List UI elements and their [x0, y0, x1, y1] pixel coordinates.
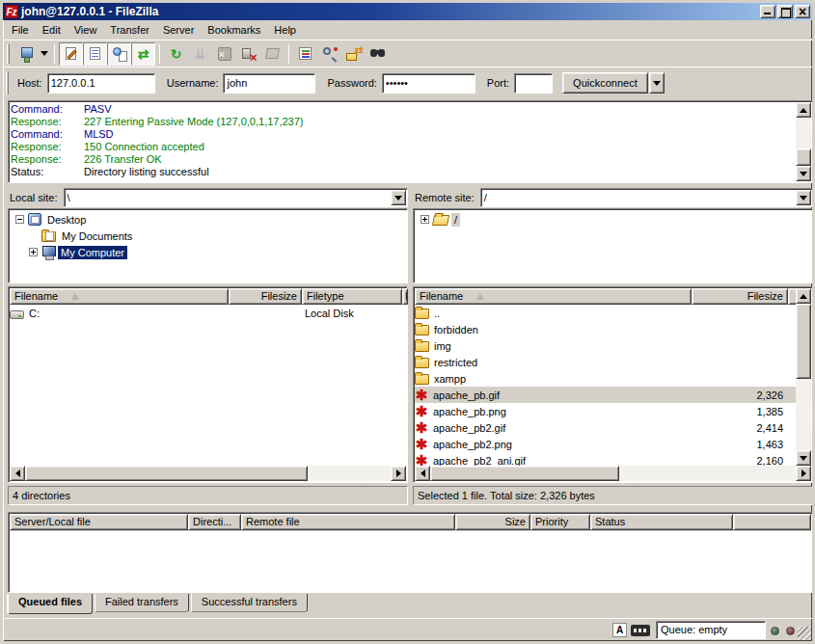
scroll-up-button[interactable] [796, 102, 811, 118]
close-button[interactable] [795, 5, 810, 18]
column-priority[interactable]: Priority [530, 514, 590, 530]
scroll-thumb[interactable] [430, 466, 619, 481]
column-remote-file[interactable]: Remote file [241, 514, 455, 530]
column-server-local-file[interactable]: Server/Local file [10, 514, 188, 530]
menu-file[interactable]: File [5, 22, 36, 38]
port-input[interactable] [514, 73, 553, 94]
scroll-right-button[interactable] [391, 466, 406, 481]
file-row[interactable]: apache_pb2_ani.gif2,160 [415, 452, 796, 466]
scroll-thumb[interactable] [796, 304, 811, 379]
local-list-header: Filename Filesize Filetype L [10, 288, 408, 305]
scroll-thumb[interactable] [25, 466, 308, 481]
quickconnect-grip[interactable] [6, 71, 9, 94]
username-label: Username: [167, 77, 219, 89]
minimize-button[interactable] [760, 5, 775, 18]
file-row[interactable]: .. [415, 305, 796, 321]
file-row[interactable]: apache_pb.png1,385 [415, 403, 796, 419]
toggle-message-log-button[interactable] [59, 42, 83, 66]
toolbar-grip[interactable] [7, 44, 10, 64]
menu-view[interactable]: View [68, 22, 104, 38]
tree-item-root[interactable]: / [414, 211, 812, 228]
disconnect-button[interactable]: × [236, 42, 260, 66]
file-row[interactable]: restricted [415, 354, 796, 370]
tab-failed-transfers[interactable]: Failed transfers [95, 594, 189, 612]
scroll-thumb[interactable] [796, 148, 811, 166]
tab-queued-files[interactable]: Queued files [8, 594, 93, 614]
synchronized-browsing-button[interactable]: ⇄ [341, 42, 366, 66]
scroll-left-button[interactable] [10, 466, 25, 481]
site-manager-dropdown[interactable] [38, 43, 50, 65]
reconnect-button[interactable] [260, 42, 285, 66]
remote-site-dropdown[interactable] [796, 190, 811, 205]
tab-successful-transfers[interactable]: Successful transfers [191, 594, 308, 612]
quickconnect-button[interactable]: Quickconnect [562, 72, 648, 94]
file-row[interactable]: forbidden [415, 321, 796, 337]
site-manager-button[interactable] [14, 42, 38, 66]
status-bar: A Queue: empty [3, 618, 812, 641]
column-filetype[interactable]: Filetype [302, 288, 402, 305]
menu-transfer[interactable]: Transfer [103, 22, 156, 38]
refresh-button[interactable]: ↻ [164, 42, 188, 66]
file-row[interactable]: img [415, 337, 796, 354]
sync-browsing-icon: ⇄ [345, 45, 363, 63]
remote-site-combo[interactable]: / [480, 188, 813, 207]
file-row-selected[interactable]: apache_pb.gif2,326 [415, 387, 796, 403]
column-last-modified[interactable]: L [402, 288, 408, 305]
filter-icon [297, 45, 314, 63]
scroll-up-button[interactable] [796, 288, 811, 304]
username-input[interactable] [223, 73, 315, 94]
tree-item-desktop[interactable]: Desktop [9, 211, 407, 228]
local-hscrollbar[interactable] [10, 466, 406, 481]
column-filename[interactable]: Filename [10, 288, 229, 305]
local-status-text: 4 directories [8, 486, 408, 505]
log-scrollbar[interactable] [796, 102, 811, 181]
local-site-label: Local site: [8, 192, 64, 203]
expand-icon[interactable] [29, 248, 38, 256]
expand-icon[interactable] [421, 215, 429, 224]
column-size[interactable]: Size [455, 514, 530, 530]
maximize-button[interactable] [777, 5, 793, 18]
toggle-transfer-queue-button[interactable]: ⇄ [131, 42, 155, 66]
column-direction[interactable]: Directi... [188, 514, 241, 530]
find-files-button[interactable] [366, 42, 390, 66]
quickconnect-dropdown[interactable] [649, 72, 665, 94]
menu-server[interactable]: Server [156, 22, 201, 38]
directory-comparison-button[interactable] [317, 42, 341, 66]
file-row[interactable]: apache_pb2.gif2,414 [415, 419, 796, 436]
column-status[interactable]: Status [590, 514, 733, 530]
sort-ascending-icon [71, 293, 79, 300]
menu-edit[interactable]: Edit [36, 22, 68, 38]
column-filename[interactable]: Filename [415, 288, 692, 305]
toggle-remote-tree-button[interactable] [107, 42, 131, 66]
host-input[interactable] [47, 73, 155, 94]
speed-limits-icon[interactable] [631, 625, 650, 636]
collapse-icon[interactable] [15, 215, 24, 224]
local-site-dropdown[interactable] [391, 190, 406, 205]
file-row-c-drive[interactable]: C: Local Disk [10, 305, 406, 321]
folder-icon [415, 341, 429, 352]
scroll-right-button[interactable] [796, 466, 811, 481]
scroll-down-button[interactable] [796, 166, 811, 181]
resize-grip[interactable] [798, 627, 811, 640]
remote-vscrollbar[interactable] [796, 288, 811, 466]
local-site-combo[interactable]: \ [64, 188, 408, 207]
scroll-left-button[interactable] [415, 466, 430, 481]
tree-item-my-computer[interactable]: My Computer [9, 244, 407, 260]
cancel-operation-button[interactable]: × [212, 42, 236, 66]
transfer-type-indicator-icon[interactable]: A [612, 623, 627, 637]
cancel-icon: × [218, 47, 231, 61]
file-row[interactable]: apache_pb2.png1,463 [415, 436, 796, 452]
documents-folder-icon [41, 231, 56, 242]
tree-item-my-documents[interactable]: My Documents [9, 228, 407, 244]
column-filesize[interactable]: Filesize [692, 288, 788, 305]
column-filesize[interactable]: Filesize [229, 288, 302, 305]
file-row[interactable]: xampp [415, 370, 796, 387]
remote-hscrollbar[interactable] [415, 466, 811, 481]
menu-help[interactable]: Help [267, 22, 303, 38]
menu-bookmarks[interactable]: Bookmarks [201, 22, 267, 38]
directory-filters-button[interactable] [293, 42, 317, 66]
process-queue-button[interactable]: ⇊ [188, 42, 212, 66]
scroll-down-button[interactable] [796, 450, 811, 466]
toggle-local-tree-button[interactable] [83, 42, 107, 66]
password-input[interactable] [382, 73, 475, 94]
